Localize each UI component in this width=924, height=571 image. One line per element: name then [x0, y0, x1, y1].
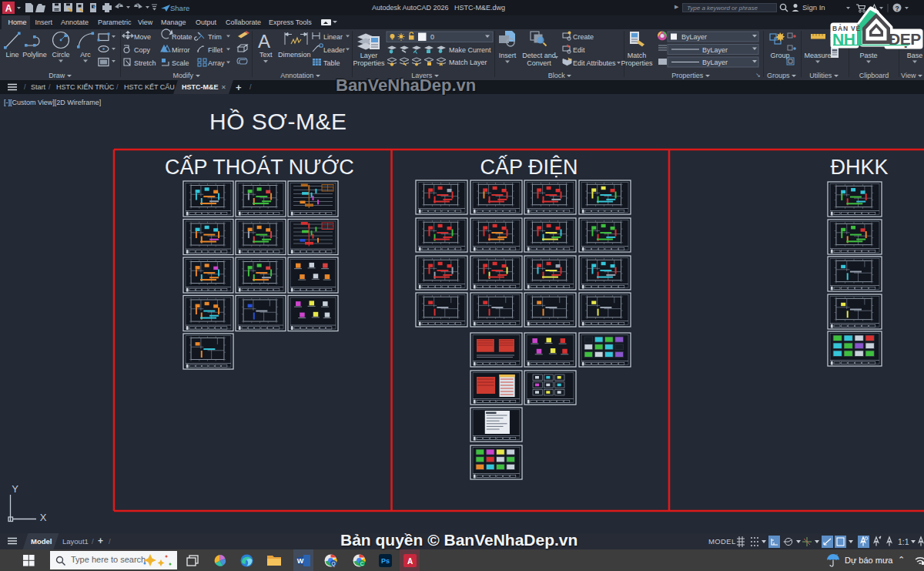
svg-text:Move: Move: [134, 33, 151, 41]
svg-text:Text: Text: [259, 51, 273, 59]
svg-text:Edit Attributes: Edit Attributes: [573, 59, 616, 67]
svg-text:ByLayer: ByLayer: [681, 33, 707, 41]
svg-text:0: 0: [430, 33, 434, 41]
svg-text:Q: Q: [331, 561, 335, 567]
svg-text:Linear: Linear: [323, 33, 343, 41]
svg-text:A: A: [407, 557, 413, 566]
svg-text:Convert: Convert: [527, 59, 551, 67]
svg-text:Properties: Properties: [353, 59, 385, 67]
svg-text:Copy: Copy: [134, 46, 151, 54]
svg-text:Leader: Leader: [323, 46, 345, 54]
svg-text:Circle: Circle: [52, 51, 69, 59]
svg-text:Measure: Measure: [804, 52, 831, 59]
svg-text:1:1: 1:1: [898, 537, 909, 546]
svg-text:Paste: Paste: [859, 52, 877, 59]
svg-text:Array: Array: [208, 59, 225, 67]
svg-text:ByLayer: ByLayer: [702, 59, 728, 66]
svg-text:Edit: Edit: [573, 46, 585, 54]
svg-text:Arc: Arc: [80, 51, 91, 59]
svg-text:ByLayer: ByLayer: [702, 46, 728, 54]
svg-text:Match: Match: [628, 52, 647, 59]
svg-text:Scale: Scale: [172, 59, 189, 67]
svg-text:Table: Table: [323, 59, 340, 67]
svg-text:W: W: [297, 557, 304, 565]
svg-text:Rotate: Rotate: [172, 33, 192, 41]
svg-text:Trim: Trim: [208, 33, 222, 41]
svg-text:Line: Line: [5, 51, 18, 59]
svg-text:Y: Y: [12, 483, 18, 495]
svg-text:Base: Base: [907, 52, 923, 59]
svg-text:Dimension: Dimension: [278, 51, 311, 59]
svg-text:Detect and: Detect and: [522, 52, 556, 59]
svg-text:Match Layer: Match Layer: [449, 59, 487, 66]
svg-text:Properties: Properties: [621, 59, 653, 67]
svg-text:Stretch: Stretch: [134, 59, 156, 67]
svg-text:Layer: Layer: [360, 52, 378, 59]
svg-text:Make Current: Make Current: [449, 46, 491, 54]
svg-text:Insert: Insert: [499, 52, 517, 59]
svg-text:Sign In: Sign In: [802, 3, 825, 12]
svg-text:X: X: [40, 512, 47, 523]
svg-text:Fillet: Fillet: [208, 46, 223, 54]
svg-text:Ps: Ps: [381, 557, 390, 565]
svg-text:Polyline: Polyline: [22, 51, 47, 59]
svg-text:Mirror: Mirror: [172, 46, 190, 54]
svg-text:Create: Create: [573, 33, 594, 41]
svg-text:A: A: [258, 31, 270, 52]
svg-text:C: C: [360, 561, 364, 566]
svg-text:A: A: [5, 3, 12, 14]
